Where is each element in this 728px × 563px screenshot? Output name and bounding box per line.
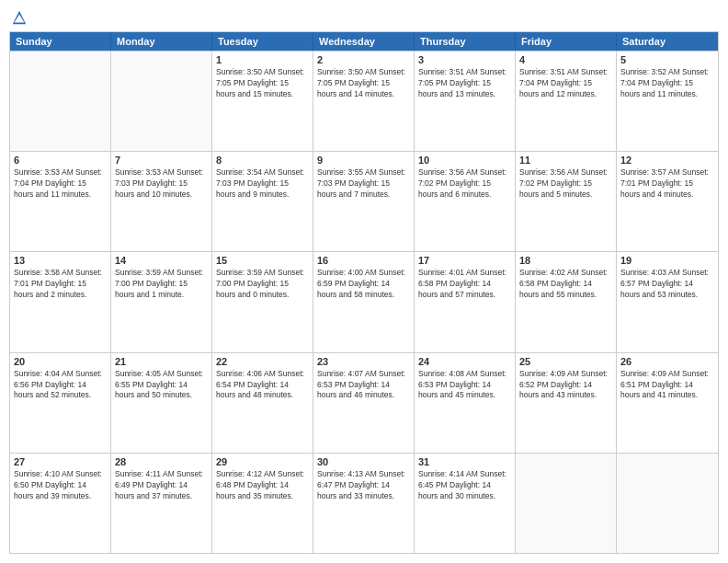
day-number: 24 <box>418 356 511 367</box>
header <box>9 9 719 26</box>
day-number: 30 <box>317 456 410 467</box>
day-number: 22 <box>216 356 309 367</box>
calendar-cell: 7Sunrise: 3:53 AM Sunset: 7:03 PM Daylig… <box>111 152 212 251</box>
day-number: 26 <box>620 356 714 367</box>
calendar-cell: 12Sunrise: 3:57 AM Sunset: 7:01 PM Dayli… <box>617 152 718 251</box>
calendar-cell: 18Sunrise: 4:02 AM Sunset: 6:58 PM Dayli… <box>516 252 617 351</box>
day-info: Sunrise: 4:06 AM Sunset: 6:54 PM Dayligh… <box>216 369 309 402</box>
calendar-row: 1Sunrise: 3:50 AM Sunset: 7:05 PM Daylig… <box>10 51 718 151</box>
day-info: Sunrise: 4:01 AM Sunset: 6:58 PM Dayligh… <box>418 268 511 301</box>
calendar-cell: 17Sunrise: 4:01 AM Sunset: 6:58 PM Dayli… <box>415 252 516 351</box>
day-info: Sunrise: 3:52 AM Sunset: 7:04 PM Dayligh… <box>620 67 714 100</box>
calendar-cell: 10Sunrise: 3:56 AM Sunset: 7:02 PM Dayli… <box>415 152 516 251</box>
calendar-cell <box>111 52 212 151</box>
calendar-cell: 31Sunrise: 4:14 AM Sunset: 6:45 PM Dayli… <box>415 454 516 553</box>
day-number: 7 <box>115 155 208 166</box>
day-number: 10 <box>418 155 511 166</box>
day-info: Sunrise: 3:59 AM Sunset: 7:00 PM Dayligh… <box>115 268 208 301</box>
weekday-header: Sunday <box>10 32 111 51</box>
day-number: 16 <box>317 255 410 266</box>
day-info: Sunrise: 3:58 AM Sunset: 7:01 PM Dayligh… <box>14 268 107 301</box>
day-info: Sunrise: 4:13 AM Sunset: 6:47 PM Dayligh… <box>317 469 410 502</box>
logo <box>9 9 28 26</box>
calendar-cell: 3Sunrise: 3:51 AM Sunset: 7:05 PM Daylig… <box>415 52 516 151</box>
day-info: Sunrise: 3:53 AM Sunset: 7:04 PM Dayligh… <box>14 167 107 201</box>
day-info: Sunrise: 4:11 AM Sunset: 6:49 PM Dayligh… <box>115 469 208 502</box>
day-number: 19 <box>620 255 714 266</box>
calendar: SundayMondayTuesdayWednesdayThursdayFrid… <box>9 31 719 554</box>
day-info: Sunrise: 4:03 AM Sunset: 6:57 PM Dayligh… <box>620 268 714 301</box>
day-number: 13 <box>14 255 107 266</box>
calendar-header: SundayMondayTuesdayWednesdayThursdayFrid… <box>10 32 718 51</box>
day-info: Sunrise: 4:12 AM Sunset: 6:48 PM Dayligh… <box>216 469 309 502</box>
day-number: 21 <box>115 356 208 367</box>
day-info: Sunrise: 3:57 AM Sunset: 7:01 PM Dayligh… <box>620 167 714 201</box>
calendar-cell: 1Sunrise: 3:50 AM Sunset: 7:05 PM Daylig… <box>212 52 313 151</box>
calendar-cell: 2Sunrise: 3:50 AM Sunset: 7:05 PM Daylig… <box>313 52 415 151</box>
calendar-cell: 14Sunrise: 3:59 AM Sunset: 7:00 PM Dayli… <box>111 252 212 351</box>
logo-icon <box>11 9 28 26</box>
day-info: Sunrise: 4:09 AM Sunset: 6:51 PM Dayligh… <box>620 369 714 402</box>
calendar-cell: 26Sunrise: 4:09 AM Sunset: 6:51 PM Dayli… <box>617 353 718 453</box>
calendar-cell: 20Sunrise: 4:04 AM Sunset: 6:56 PM Dayli… <box>10 353 111 453</box>
calendar-cell: 4Sunrise: 3:51 AM Sunset: 7:04 PM Daylig… <box>516 52 617 151</box>
day-info: Sunrise: 3:54 AM Sunset: 7:03 PM Dayligh… <box>216 167 309 201</box>
day-info: Sunrise: 3:59 AM Sunset: 7:00 PM Dayligh… <box>216 268 309 301</box>
day-info: Sunrise: 4:02 AM Sunset: 6:58 PM Dayligh… <box>519 268 612 301</box>
calendar-body: 1Sunrise: 3:50 AM Sunset: 7:05 PM Daylig… <box>10 51 718 553</box>
day-number: 14 <box>115 255 208 266</box>
day-info: Sunrise: 3:56 AM Sunset: 7:02 PM Dayligh… <box>519 167 612 201</box>
calendar-cell: 9Sunrise: 3:55 AM Sunset: 7:03 PM Daylig… <box>313 152 415 251</box>
calendar-row: 6Sunrise: 3:53 AM Sunset: 7:04 PM Daylig… <box>10 151 718 251</box>
day-info: Sunrise: 4:05 AM Sunset: 6:55 PM Dayligh… <box>115 369 208 402</box>
day-number: 4 <box>519 54 612 65</box>
day-number: 23 <box>317 356 410 367</box>
calendar-cell: 16Sunrise: 4:00 AM Sunset: 6:59 PM Dayli… <box>313 252 415 351</box>
day-info: Sunrise: 4:14 AM Sunset: 6:45 PM Dayligh… <box>418 469 511 502</box>
calendar-cell: 25Sunrise: 4:09 AM Sunset: 6:52 PM Dayli… <box>516 353 617 453</box>
day-info: Sunrise: 3:53 AM Sunset: 7:03 PM Dayligh… <box>115 167 208 201</box>
day-number: 27 <box>14 456 107 467</box>
day-number: 2 <box>317 54 410 65</box>
weekday-header: Monday <box>111 32 212 51</box>
day-number: 28 <box>115 456 208 467</box>
calendar-cell <box>617 454 718 553</box>
weekday-header: Wednesday <box>313 32 415 51</box>
day-info: Sunrise: 3:50 AM Sunset: 7:05 PM Dayligh… <box>216 67 309 100</box>
day-info: Sunrise: 4:08 AM Sunset: 6:53 PM Dayligh… <box>418 369 511 402</box>
day-number: 8 <box>216 155 309 166</box>
day-number: 15 <box>216 255 309 266</box>
weekday-header: Saturday <box>617 32 718 51</box>
day-number: 17 <box>418 255 511 266</box>
page: SundayMondayTuesdayWednesdayThursdayFrid… <box>0 0 728 563</box>
day-info: Sunrise: 3:51 AM Sunset: 7:04 PM Dayligh… <box>519 67 612 100</box>
calendar-cell: 28Sunrise: 4:11 AM Sunset: 6:49 PM Dayli… <box>111 454 212 553</box>
calendar-cell: 29Sunrise: 4:12 AM Sunset: 6:48 PM Dayli… <box>212 454 313 553</box>
day-number: 20 <box>14 356 107 367</box>
calendar-cell: 15Sunrise: 3:59 AM Sunset: 7:00 PM Dayli… <box>212 252 313 351</box>
calendar-cell <box>516 454 617 553</box>
day-info: Sunrise: 4:00 AM Sunset: 6:59 PM Dayligh… <box>317 268 410 301</box>
day-number: 12 <box>620 155 714 166</box>
day-number: 25 <box>519 356 612 367</box>
calendar-cell <box>10 52 111 151</box>
day-info: Sunrise: 4:04 AM Sunset: 6:56 PM Dayligh… <box>14 369 107 402</box>
day-number: 9 <box>317 155 410 166</box>
calendar-row: 20Sunrise: 4:04 AM Sunset: 6:56 PM Dayli… <box>10 352 718 453</box>
weekday-header: Thursday <box>415 32 516 51</box>
day-info: Sunrise: 3:56 AM Sunset: 7:02 PM Dayligh… <box>418 167 511 201</box>
calendar-cell: 6Sunrise: 3:53 AM Sunset: 7:04 PM Daylig… <box>10 152 111 251</box>
calendar-cell: 24Sunrise: 4:08 AM Sunset: 6:53 PM Dayli… <box>415 353 516 453</box>
day-number: 6 <box>14 155 107 166</box>
calendar-cell: 5Sunrise: 3:52 AM Sunset: 7:04 PM Daylig… <box>617 52 718 151</box>
day-info: Sunrise: 4:09 AM Sunset: 6:52 PM Dayligh… <box>519 369 612 402</box>
calendar-cell: 21Sunrise: 4:05 AM Sunset: 6:55 PM Dayli… <box>111 353 212 453</box>
calendar-cell: 22Sunrise: 4:06 AM Sunset: 6:54 PM Dayli… <box>212 353 313 453</box>
day-number: 29 <box>216 456 309 467</box>
calendar-cell: 30Sunrise: 4:13 AM Sunset: 6:47 PM Dayli… <box>313 454 415 553</box>
day-number: 5 <box>620 54 714 65</box>
day-info: Sunrise: 4:07 AM Sunset: 6:53 PM Dayligh… <box>317 369 410 402</box>
day-number: 3 <box>418 54 511 65</box>
calendar-cell: 19Sunrise: 4:03 AM Sunset: 6:57 PM Dayli… <box>617 252 718 351</box>
day-number: 1 <box>216 54 309 65</box>
